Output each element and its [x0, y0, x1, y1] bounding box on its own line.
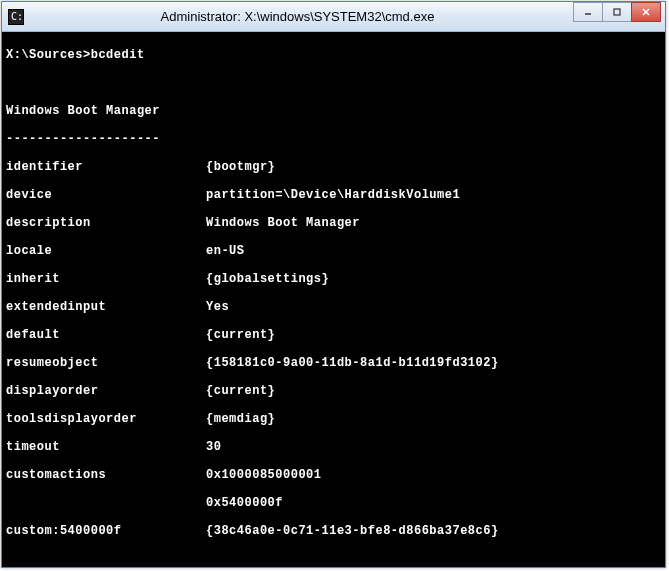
- close-button[interactable]: [631, 2, 661, 22]
- maximize-button[interactable]: [602, 2, 632, 22]
- terminal-output[interactable]: X:\Sources>bcdedit Windows Boot Manager …: [2, 32, 665, 567]
- section-header-boot-manager: Windows Boot Manager: [6, 104, 661, 118]
- bm-customactions: customactions0x1000085000001: [6, 468, 661, 482]
- blank-line: [6, 552, 661, 566]
- cmd-icon: C:: [8, 9, 24, 25]
- bm-resumeobject: resumeobject{158181c0-9a00-11db-8a1d-b11…: [6, 356, 661, 370]
- bm-device: devicepartition=\Device\HarddiskVolume1: [6, 188, 661, 202]
- bm-identifier: identifier{bootmgr}: [6, 160, 661, 174]
- svg-text:C:: C:: [11, 11, 23, 22]
- bm-locale: localeen-US: [6, 244, 661, 258]
- minimize-button[interactable]: [573, 2, 603, 22]
- svg-rect-4: [614, 9, 620, 15]
- bm-customactions2: 0x5400000f: [6, 496, 661, 510]
- bm-extendedinput: extendedinputYes: [6, 300, 661, 314]
- divider: --------------------: [6, 132, 661, 146]
- blank-line: [6, 76, 661, 90]
- cmd-window: C: Administrator: X:\windows\SYSTEM32\cm…: [1, 1, 666, 568]
- bm-toolsdisplayorder: toolsdisplayorder{memdiag}: [6, 412, 661, 426]
- window-controls: [574, 2, 661, 24]
- prompt-line: X:\Sources>bcdedit: [6, 48, 661, 62]
- bm-custom5f: custom:5400000f{38c46a0e-0c71-11e3-bfe8-…: [6, 524, 661, 538]
- titlebar[interactable]: C: Administrator: X:\windows\SYSTEM32\cm…: [2, 2, 665, 32]
- bm-displayorder: displayorder{current}: [6, 384, 661, 398]
- bm-inherit: inherit{globalsettings}: [6, 272, 661, 286]
- window-title: Administrator: X:\windows\SYSTEM32\cmd.e…: [30, 9, 665, 24]
- bm-description: descriptionWindows Boot Manager: [6, 216, 661, 230]
- bm-default: default{current}: [6, 328, 661, 342]
- bm-timeout: timeout30: [6, 440, 661, 454]
